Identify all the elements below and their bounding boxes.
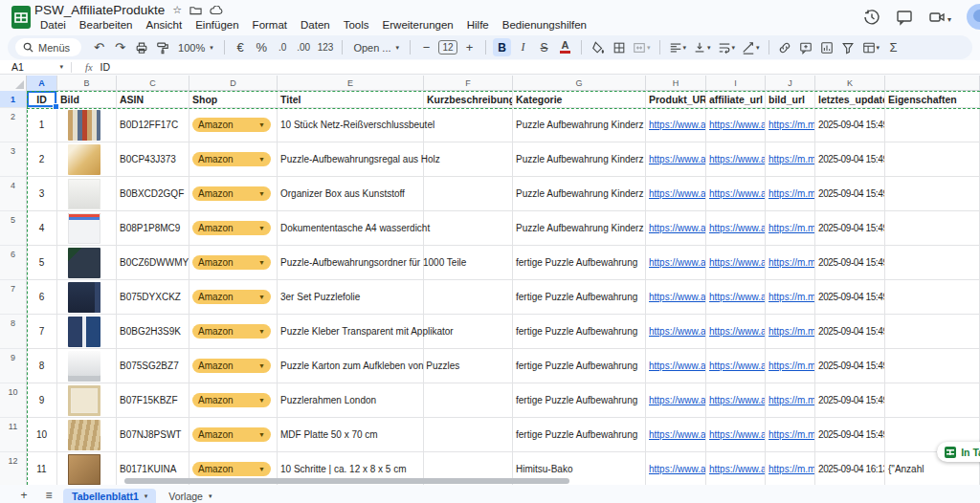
increase-font-size-button[interactable]: + [460,38,479,56]
url-link[interactable]: https://m.m [768,257,815,268]
insert-link-button[interactable] [776,38,794,56]
cell-titel[interactable]: Dokumententasche A4 wasserdicht [278,211,424,246]
cell-produkt-url[interactable]: https://www.an [646,315,706,349]
cell-produkt-url[interactable]: https://www.an [646,452,706,485]
column-header-D[interactable]: D [189,76,278,91]
toolbar-search[interactable]: Menüs [15,38,81,56]
cell-letztes-update[interactable]: 2025-09-04 15:49 [815,383,885,418]
italic-button[interactable]: I [514,38,532,56]
all-sheets-button[interactable]: ≡ [38,490,59,502]
cell-shop[interactable]: Amazon▼ [189,142,278,177]
url-link[interactable]: https://m.m [768,464,815,474]
column-header-I[interactable]: I [706,76,766,91]
cell-affiliate-url[interactable]: https://www.a [706,383,766,418]
cell-produkt-url[interactable]: https://www.an [646,383,706,418]
url-link[interactable]: https://m.m [768,395,815,405]
cell-asin[interactable]: B0D12FF17C [117,108,189,142]
cloud-status-icon[interactable] [210,6,223,15]
row-header-5[interactable]: 5 [0,211,27,246]
cell-titel[interactable]: Puzzle Karton zum Aufkleben von Puzzles [278,349,424,383]
account-avatar[interactable] [967,4,980,30]
cell-eigenschaften[interactable] [885,383,980,418]
menu-ansicht[interactable]: Ansicht [140,18,188,32]
header-cell-kategorie[interactable]: Kategorie [513,91,646,108]
cell-kategorie[interactable]: fertige Puzzle Aufbewahrung [513,383,646,418]
cell-titel[interactable]: Puzzle-Aufbewahrungsregal aus Holz [278,142,424,177]
header-cell-kurzbeschreibung[interactable]: Kurzbeschreibung [424,91,513,108]
cell-eigenschaften[interactable] [885,211,980,246]
cell-affiliate-url[interactable]: https://www.a [706,418,766,452]
print-button[interactable] [132,38,150,56]
menu-tools[interactable]: Tools [338,18,375,32]
row-header-7[interactable]: 7 [0,280,27,315]
cell-kategorie[interactable]: fertige Puzzle Aufbewahrung [513,315,646,349]
cell-produkt-url[interactable]: https://www.an [646,142,706,177]
cell-bild-url[interactable]: https://m.m [766,108,815,142]
cell-titel[interactable]: Puzzle Kleber Transparent mit Applikator [278,315,424,349]
cell-bild[interactable] [57,418,117,452]
cell-shop[interactable]: Amazon▼ [189,383,278,418]
cell-asin[interactable]: B075SG2BZ7 [117,349,189,383]
vertical-align-button[interactable]: ▾ [691,38,713,56]
cell-kurzbeschreibung[interactable] [424,280,513,315]
column-header-G[interactable]: G [513,76,646,91]
row-header-3[interactable]: 3 [0,142,27,177]
cell-bild[interactable] [57,383,117,418]
header-cell-eigenschaften[interactable]: Eigenschaften [885,91,980,108]
header-cell-produkt_url[interactable]: Produkt_URL [646,91,706,108]
cell-bild-url[interactable]: https://m.m [766,177,815,211]
url-link[interactable]: https://www.an [649,395,706,405]
url-link[interactable]: https://www.an [649,429,706,440]
create-filter-button[interactable] [839,38,858,56]
cell-letztes-update[interactable]: 2025-09-04 15:49 [815,211,885,246]
cell-titel[interactable]: Puzzlerahmen London [278,383,424,418]
increase-decimal-button[interactable]: .00 [295,38,313,56]
cell-bild-url[interactable]: https://m.m [766,211,815,246]
cell-shop[interactable]: Amazon▼ [189,418,278,452]
cell-shop[interactable]: Amazon▼ [189,349,278,383]
menu-datei[interactable]: Datei [34,18,72,32]
cell-shop[interactable]: Amazon▼ [189,315,278,349]
cell-bild[interactable] [57,142,117,177]
shop-dropdown-chip[interactable]: Amazon▼ [192,393,271,407]
zoom-select[interactable]: 100%▾ [174,42,217,54]
cell-produkt-url[interactable]: https://www.an [646,280,706,315]
snackbar-toast[interactable]: In Tabell [937,442,980,462]
comment-history-icon[interactable] [896,9,913,26]
cell-asin[interactable]: B07NJ8PSWT [117,418,189,452]
table-button[interactable]: ▾ [860,38,882,56]
shop-dropdown-chip[interactable]: Amazon▼ [192,186,271,201]
sheets-logo-icon[interactable] [10,5,33,30]
menu-hilfe[interactable]: Hilfe [461,18,495,32]
cell-eigenschaften[interactable] [885,246,980,280]
cell-bild-url[interactable]: https://m.m [766,452,815,485]
header-cell-titel[interactable]: Titel [278,91,424,108]
url-link[interactable]: https://www.an [649,361,706,371]
cell-bild-url[interactable]: https://m.m [766,349,815,383]
cell-id[interactable]: 3 [27,177,57,211]
url-link[interactable]: https://m.m [768,429,815,440]
url-link[interactable]: https://m.m [768,326,815,337]
bold-button[interactable]: B [493,38,511,56]
cell-produkt-url[interactable]: https://www.an [646,177,706,211]
cell-id[interactable]: 5 [27,246,57,280]
column-header-J[interactable]: J [766,76,815,91]
percent-format-button[interactable]: % [253,38,271,56]
row-header-12[interactable]: 12 [0,452,27,485]
decrease-font-size-button[interactable]: − [417,38,435,56]
font-select[interactable]: Open ...▾ [349,42,403,54]
sheet-tab-vorlage[interactable]: Vorlage ▾ [160,489,220,503]
row-header-10[interactable]: 10 [0,383,27,418]
url-link[interactable]: https://www.an [649,120,706,130]
cell-produkt-url[interactable]: https://www.an [646,108,706,142]
url-link[interactable]: https://www.an [649,188,706,199]
cell-eigenschaften[interactable] [885,177,980,211]
menu-einfuegen[interactable]: Einfügen [189,18,244,32]
url-link[interactable]: https://www.an [649,223,706,233]
column-header-A[interactable]: A [27,76,57,91]
row-header-1[interactable]: 1 [0,91,27,108]
cell-bild[interactable] [57,246,117,280]
shop-dropdown-chip[interactable]: Amazon▼ [192,359,271,373]
shop-dropdown-chip[interactable]: Amazon▼ [192,462,271,476]
cell-id[interactable]: 11 [27,452,57,485]
